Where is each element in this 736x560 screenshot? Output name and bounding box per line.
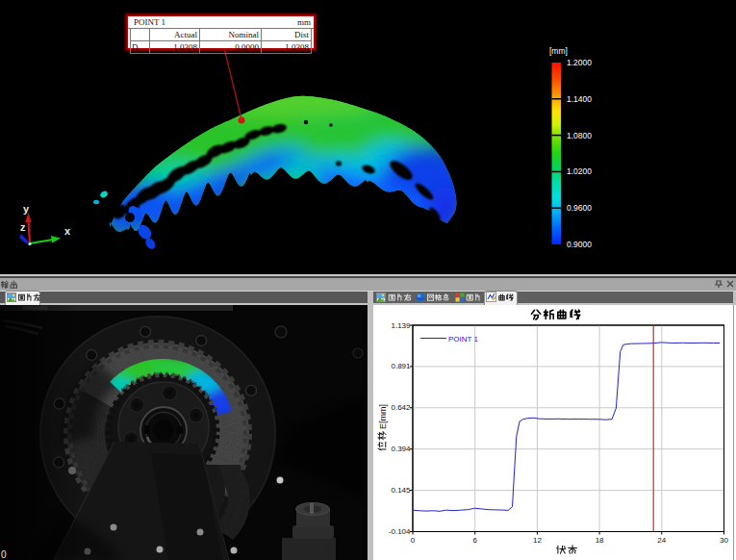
svg-text:POINT 1: POINT 1 — [448, 335, 479, 344]
svg-text:0: 0 — [411, 536, 416, 545]
svg-text:y: y — [23, 203, 30, 215]
svg-text:30: 30 — [720, 536, 728, 545]
svg-text:0.642: 0.642 — [391, 403, 411, 412]
svg-text:-0.104: -0.104 — [389, 527, 411, 536]
svg-text:[mm]: [mm] — [549, 46, 568, 56]
svg-text:x: x — [64, 225, 71, 237]
svg-text:18: 18 — [596, 536, 604, 545]
svg-text:0.9600: 0.9600 — [567, 203, 592, 213]
svg-text:0.891: 0.891 — [391, 362, 411, 370]
svg-text:1.0200: 1.0200 — [567, 166, 592, 176]
svg-text:1.139: 1.139 — [391, 321, 411, 330]
svg-text:0.394: 0.394 — [391, 445, 411, 453]
svg-text:24: 24 — [657, 536, 666, 545]
svg-text:1.1400: 1.1400 — [567, 94, 592, 104]
svg-text:0.145: 0.145 — [391, 486, 411, 495]
svg-text:12: 12 — [533, 536, 542, 545]
svg-text:1.2000: 1.2000 — [567, 58, 592, 67]
svg-text:0: 0 — [1, 549, 7, 560]
svg-text:E[mm]: E[mm] — [378, 404, 388, 429]
svg-text:6: 6 — [472, 536, 477, 545]
svg-text:1.0800: 1.0800 — [567, 131, 592, 140]
svg-text:0.9000: 0.9000 — [567, 240, 592, 249]
svg-text:z: z — [20, 221, 26, 233]
